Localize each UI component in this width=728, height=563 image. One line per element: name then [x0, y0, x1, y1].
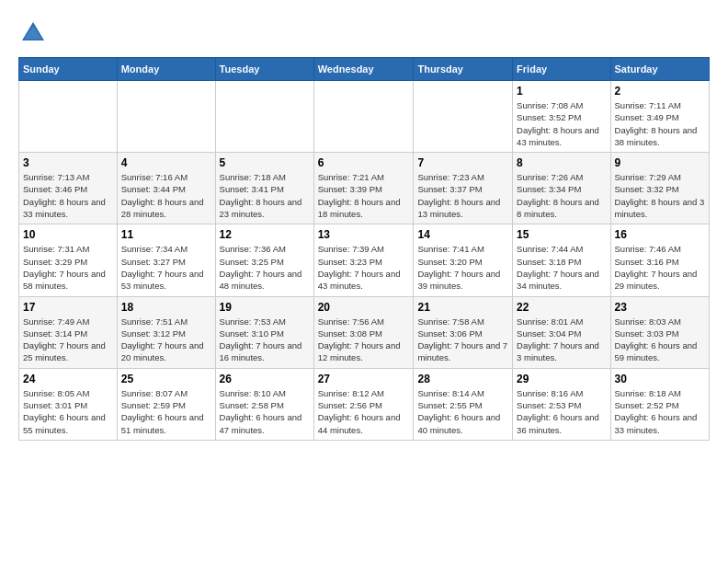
day-number: 24	[23, 373, 113, 385]
day-info: Sunrise: 8:14 AMSunset: 2:55 PMDaylight:…	[417, 387, 508, 436]
weekday-header-saturday: Saturday	[610, 58, 709, 81]
day-number: 3	[23, 156, 113, 169]
calendar-cell: 18Sunrise: 7:51 AMSunset: 3:12 PMDayligh…	[117, 296, 215, 368]
day-info: Sunrise: 8:12 AMSunset: 2:56 PMDaylight:…	[318, 387, 410, 436]
day-number: 15	[517, 228, 606, 241]
day-number: 19	[220, 301, 310, 314]
day-number: 18	[121, 301, 211, 314]
calendar-cell: 1Sunrise: 7:08 AMSunset: 3:52 PMDaylight…	[513, 81, 610, 153]
day-info: Sunrise: 7:44 AMSunset: 3:18 PMDaylight:…	[517, 243, 606, 292]
day-number: 12	[220, 228, 310, 241]
calendar-cell: 30Sunrise: 8:18 AMSunset: 2:52 PMDayligh…	[610, 368, 709, 440]
day-info: Sunrise: 8:07 AMSunset: 2:59 PMDaylight:…	[121, 387, 211, 436]
day-info: Sunrise: 8:16 AMSunset: 2:53 PMDaylight:…	[517, 387, 606, 436]
calendar-cell: 27Sunrise: 8:12 AMSunset: 2:56 PMDayligh…	[313, 368, 414, 440]
calendar-cell: 10Sunrise: 7:31 AMSunset: 3:29 PMDayligh…	[19, 224, 118, 296]
weekday-header-sunday: Sunday	[19, 58, 118, 81]
day-number: 17	[23, 301, 113, 314]
weekday-header-row: SundayMondayTuesdayWednesdayThursdayFrid…	[19, 58, 710, 81]
calendar-cell	[414, 81, 513, 153]
calendar-cell: 24Sunrise: 8:05 AMSunset: 3:01 PMDayligh…	[19, 368, 118, 440]
calendar-cell: 22Sunrise: 8:01 AMSunset: 3:04 PMDayligh…	[513, 296, 610, 368]
day-number: 2	[615, 85, 705, 98]
weekday-header-thursday: Thursday	[414, 58, 513, 81]
day-number: 1	[517, 85, 606, 98]
day-number: 6	[318, 156, 410, 169]
day-info: Sunrise: 8:18 AMSunset: 2:52 PMDaylight:…	[615, 387, 705, 436]
weekday-header-tuesday: Tuesday	[215, 58, 313, 81]
weekday-header-monday: Monday	[117, 58, 215, 81]
day-info: Sunrise: 7:21 AMSunset: 3:39 PMDaylight:…	[318, 171, 410, 220]
day-info: Sunrise: 7:58 AMSunset: 3:06 PMDaylight:…	[417, 316, 508, 364]
logo	[18, 18, 51, 48]
day-info: Sunrise: 7:31 AMSunset: 3:29 PMDaylight:…	[23, 243, 113, 292]
calendar-cell: 2Sunrise: 7:11 AMSunset: 3:49 PMDaylight…	[610, 81, 709, 153]
day-number: 20	[318, 301, 410, 314]
day-info: Sunrise: 7:26 AMSunset: 3:34 PMDaylight:…	[517, 171, 606, 220]
calendar-cell: 16Sunrise: 7:46 AMSunset: 3:16 PMDayligh…	[610, 224, 709, 296]
day-number: 5	[220, 156, 310, 169]
weekday-header-friday: Friday	[513, 58, 610, 81]
day-number: 16	[615, 228, 705, 241]
day-number: 22	[517, 301, 606, 314]
weekday-header-wednesday: Wednesday	[313, 58, 414, 81]
calendar-cell	[117, 81, 215, 153]
calendar-week-row: 3Sunrise: 7:13 AMSunset: 3:46 PMDaylight…	[19, 153, 710, 224]
day-number: 23	[615, 301, 705, 314]
day-number: 8	[517, 156, 606, 169]
calendar-cell	[313, 81, 414, 153]
calendar-cell: 3Sunrise: 7:13 AMSunset: 3:46 PMDaylight…	[19, 153, 118, 224]
calendar-cell: 6Sunrise: 7:21 AMSunset: 3:39 PMDaylight…	[313, 153, 414, 224]
day-number: 13	[318, 228, 410, 241]
day-number: 28	[417, 373, 508, 385]
calendar-cell: 28Sunrise: 8:14 AMSunset: 2:55 PMDayligh…	[414, 368, 513, 440]
calendar-week-row: 17Sunrise: 7:49 AMSunset: 3:14 PMDayligh…	[19, 296, 710, 368]
day-number: 7	[417, 156, 508, 169]
calendar-cell	[215, 81, 313, 153]
calendar-cell: 11Sunrise: 7:34 AMSunset: 3:27 PMDayligh…	[117, 224, 215, 296]
day-info: Sunrise: 7:56 AMSunset: 3:08 PMDaylight:…	[318, 316, 410, 364]
day-number: 4	[121, 156, 211, 169]
day-number: 25	[121, 373, 211, 385]
calendar-week-row: 1Sunrise: 7:08 AMSunset: 3:52 PMDaylight…	[19, 81, 710, 153]
day-number: 26	[220, 373, 310, 385]
day-info: Sunrise: 7:11 AMSunset: 3:49 PMDaylight:…	[615, 99, 705, 148]
day-info: Sunrise: 8:03 AMSunset: 3:03 PMDaylight:…	[615, 316, 705, 364]
day-info: Sunrise: 7:49 AMSunset: 3:14 PMDaylight:…	[23, 316, 113, 364]
calendar-cell: 23Sunrise: 8:03 AMSunset: 3:03 PMDayligh…	[610, 296, 709, 368]
header	[18, 18, 710, 48]
calendar-cell: 7Sunrise: 7:23 AMSunset: 3:37 PMDaylight…	[414, 153, 513, 224]
day-info: Sunrise: 7:23 AMSunset: 3:37 PMDaylight:…	[417, 171, 508, 220]
day-info: Sunrise: 7:18 AMSunset: 3:41 PMDaylight:…	[220, 171, 310, 220]
page: SundayMondayTuesdayWednesdayThursdayFrid…	[0, 0, 728, 563]
calendar-cell: 4Sunrise: 7:16 AMSunset: 3:44 PMDaylight…	[117, 153, 215, 224]
day-number: 27	[318, 373, 410, 385]
calendar-table: SundayMondayTuesdayWednesdayThursdayFrid…	[18, 57, 710, 441]
logo-icon	[18, 18, 48, 48]
day-info: Sunrise: 7:53 AMSunset: 3:10 PMDaylight:…	[220, 316, 310, 364]
day-number: 29	[517, 373, 606, 385]
calendar-cell: 20Sunrise: 7:56 AMSunset: 3:08 PMDayligh…	[313, 296, 414, 368]
calendar-cell: 14Sunrise: 7:41 AMSunset: 3:20 PMDayligh…	[414, 224, 513, 296]
day-number: 11	[121, 228, 211, 241]
day-number: 21	[417, 301, 508, 314]
day-info: Sunrise: 8:10 AMSunset: 2:58 PMDaylight:…	[220, 387, 310, 436]
calendar-cell: 8Sunrise: 7:26 AMSunset: 3:34 PMDaylight…	[513, 153, 610, 224]
day-info: Sunrise: 7:39 AMSunset: 3:23 PMDaylight:…	[318, 243, 410, 292]
calendar-cell: 12Sunrise: 7:36 AMSunset: 3:25 PMDayligh…	[215, 224, 313, 296]
day-info: Sunrise: 7:34 AMSunset: 3:27 PMDaylight:…	[121, 243, 211, 292]
day-info: Sunrise: 7:29 AMSunset: 3:32 PMDaylight:…	[615, 171, 705, 220]
calendar-cell: 9Sunrise: 7:29 AMSunset: 3:32 PMDaylight…	[610, 153, 709, 224]
day-info: Sunrise: 8:01 AMSunset: 3:04 PMDaylight:…	[517, 316, 606, 364]
day-number: 30	[615, 373, 705, 385]
calendar-cell: 21Sunrise: 7:58 AMSunset: 3:06 PMDayligh…	[414, 296, 513, 368]
day-number: 10	[23, 228, 113, 241]
day-info: Sunrise: 7:08 AMSunset: 3:52 PMDaylight:…	[517, 99, 606, 148]
calendar-cell: 15Sunrise: 7:44 AMSunset: 3:18 PMDayligh…	[513, 224, 610, 296]
calendar-week-row: 10Sunrise: 7:31 AMSunset: 3:29 PMDayligh…	[19, 224, 710, 296]
day-number: 14	[417, 228, 508, 241]
calendar-cell: 5Sunrise: 7:18 AMSunset: 3:41 PMDaylight…	[215, 153, 313, 224]
day-info: Sunrise: 7:16 AMSunset: 3:44 PMDaylight:…	[121, 171, 211, 220]
calendar-cell: 26Sunrise: 8:10 AMSunset: 2:58 PMDayligh…	[215, 368, 313, 440]
calendar-cell: 25Sunrise: 8:07 AMSunset: 2:59 PMDayligh…	[117, 368, 215, 440]
